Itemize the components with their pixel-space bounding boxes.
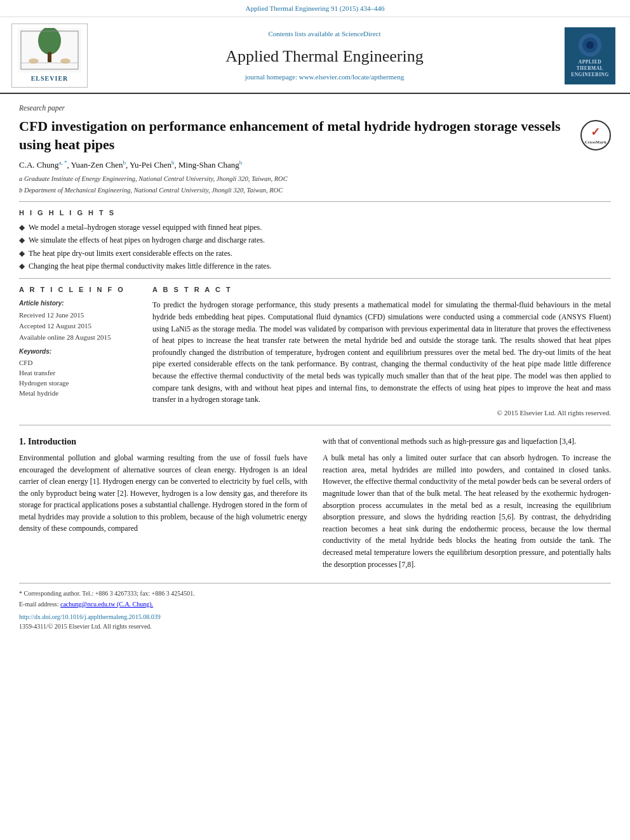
doi-line[interactable]: http://dx.doi.org/10.1016/j.applthermale…	[19, 613, 611, 622]
available-date: Available online 28 August 2015	[19, 332, 140, 343]
keywords-label: Keywords:	[19, 347, 140, 357]
footnote-corresponding: * Corresponding author. Tel.: +886 3 426…	[19, 589, 611, 598]
abstract-heading: A B S T R A C T	[152, 285, 611, 295]
top-bar: Applied Thermal Engineering 91 (2015) 43…	[0, 0, 630, 17]
highlight-item-1: ◆ We model a metal–hydrogen storage vess…	[19, 222, 611, 233]
svg-rect-2	[48, 52, 51, 62]
intro-two-col: 1. Introduction Environmental pollution …	[19, 436, 611, 576]
author4-name: , Ming-Shan Chang	[175, 161, 239, 170]
sciencedirect-link[interactable]: ScienceDirect	[342, 30, 381, 37]
author1-name: C.A. Chung	[19, 161, 58, 170]
footnote-email: E-mail address: cachung@ncu.edu.tw (C.A.…	[19, 599, 611, 609]
authors-line: C.A. Chunga, *, Yuan-Zen Chenb, Yu-Pei C…	[19, 159, 611, 171]
abstract-column: A B S T R A C T To predict the hydrogen …	[152, 285, 611, 418]
homepage-url[interactable]: www.elsevier.com/locate/apthermeng	[299, 73, 404, 81]
bullet-3: ◆	[19, 248, 25, 259]
keyword-1: CFD	[19, 358, 140, 368]
journal-logo-right: APPLIED THERMAL ENGINEERING	[561, 23, 619, 88]
article-info-abstract-section: A R T I C L E I N F O Article history: R…	[19, 285, 611, 418]
footnote-area: * Corresponding author. Tel.: +886 3 426…	[19, 583, 611, 631]
highlight-item-2: ◆ We simulate the effects of heat pipes …	[19, 235, 611, 246]
journal-center-info: Contents lists available at ScienceDirec…	[94, 23, 555, 88]
svg-point-6	[60, 58, 70, 63]
intro-heading: 1. Introduction	[19, 436, 307, 448]
copyright-line: © 2015 Elsevier Ltd. All rights reserved…	[152, 408, 611, 418]
author3-name: , Yu-Pei Chen	[126, 161, 171, 170]
contents-available-line: Contents lists available at ScienceDirec…	[268, 29, 380, 39]
intro-col-left: 1. Introduction Environmental pollution …	[19, 436, 307, 576]
crossmark-badge: ✓ CrossMark	[580, 120, 611, 150]
svg-point-5	[29, 58, 39, 63]
issn-line: 1359-4311/© 2015 Elsevier Ltd. All right…	[19, 622, 611, 632]
bullet-4: ◆	[19, 261, 25, 272]
abstract-text: To predict the hydrogen storage performa…	[152, 299, 611, 405]
intro-para-right-1: with that of conventional methods such a…	[323, 436, 611, 448]
divider-3	[19, 425, 611, 425]
introduction-section: 1. Introduction Environmental pollution …	[19, 436, 611, 576]
affiliation-b: b Department of Mechanical Engineering, …	[19, 185, 611, 195]
article-info-heading: A R T I C L E I N F O	[19, 285, 140, 295]
email-link[interactable]: cachung@ncu.edu.tw (C.A. Chung).	[60, 601, 153, 608]
accepted-date: Accepted 12 August 2015	[19, 321, 140, 331]
article-title: CFD investigation on performance enhance…	[19, 117, 568, 154]
journal-header: ELSEVIER Contents lists available at Sci…	[0, 17, 630, 95]
journal-citation: Applied Thermal Engineering 91 (2015) 43…	[246, 4, 385, 12]
elsevier-logo-container: ELSEVIER	[11, 23, 88, 88]
journal-title: Applied Thermal Engineering	[225, 44, 423, 69]
article-info-column: A R T I C L E I N F O Article history: R…	[19, 285, 140, 418]
author1-sup: a, *	[58, 159, 67, 166]
highlight-item-4: ◆ Changing the heat pipe thermal conduct…	[19, 261, 611, 272]
elsevier-wordmark: ELSEVIER	[31, 74, 69, 84]
divider-1	[19, 201, 611, 202]
intro-col-right: with that of conventional methods such a…	[323, 436, 611, 576]
bullet-1: ◆	[19, 222, 25, 233]
journal-logo-box: APPLIED THERMAL ENGINEERING	[565, 27, 615, 84]
journal-homepage-line: journal homepage: www.elsevier.com/locat…	[245, 72, 404, 83]
intro-para-1: Environmental pollution and global warmi…	[19, 452, 307, 535]
bullet-2: ◆	[19, 235, 25, 246]
keyword-3: Hydrogen storage	[19, 378, 140, 389]
keyword-2: Heat transfer	[19, 368, 140, 378]
affiliation-a: a Graduate Institute of Energy Engineeri…	[19, 174, 611, 183]
journal-logo-text: APPLIED THERMAL ENGINEERING	[571, 59, 609, 77]
svg-point-1	[38, 28, 61, 55]
author2-name: , Yuan-Zen Chen	[67, 161, 123, 170]
email-label: E-mail address:	[19, 601, 58, 608]
divider-2	[19, 278, 611, 279]
article-history-label: Article history:	[19, 299, 140, 309]
elsevier-logo-image	[18, 28, 81, 72]
highlights-heading: H I G H L I G H T S	[19, 208, 611, 218]
highlights-section: H I G H L I G H T S ◆ We model a metal–h…	[19, 208, 611, 272]
keyword-4: Metal hydride	[19, 389, 140, 399]
received-date: Received 12 June 2015	[19, 310, 140, 321]
highlight-item-3: ◆ The heat pipe dry-out limits exert con…	[19, 248, 611, 259]
author4-sup: b	[239, 159, 243, 166]
intro-para-right-2: A bulk metal has only a limited outer su…	[323, 452, 611, 570]
article-type-label: Research paper	[19, 103, 611, 114]
